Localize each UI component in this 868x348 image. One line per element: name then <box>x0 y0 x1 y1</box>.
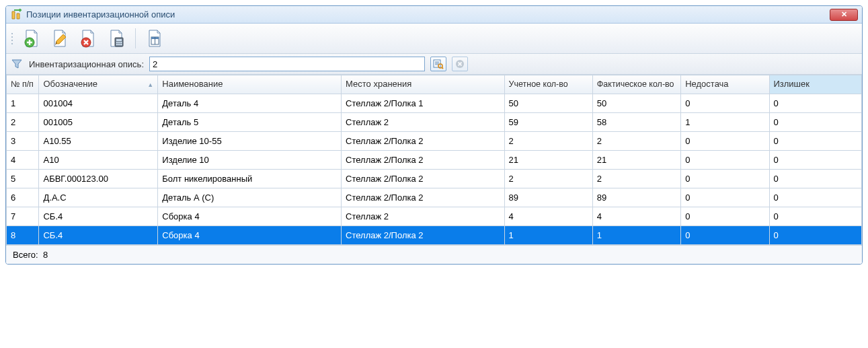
cell-location: Стеллаж 2/Полка 2 <box>342 151 504 170</box>
cell-qty-acc: 2 <box>504 170 592 188</box>
cell-code: А10 <box>39 151 158 170</box>
data-grid[interactable]: № п/п Обозначение Наименование Место хра… <box>6 75 862 245</box>
cell-qty-acc: 1 <box>504 226 592 245</box>
cell-name: Болт никелированный <box>158 170 342 188</box>
col-name[interactable]: Наименование <box>158 75 342 94</box>
cell-qty-acc: 59 <box>504 113 592 132</box>
table-row[interactable]: 1001004Деталь 4Стеллаж 2/Полка 1505000 <box>7 94 862 113</box>
cell-name: Деталь 4 <box>158 94 342 113</box>
page-delete-icon <box>79 29 97 48</box>
svg-rect-6 <box>120 42 122 43</box>
filterbar: Инвентаризационная опись: <box>6 54 862 75</box>
cell-qty-fact: 2 <box>592 132 680 151</box>
svg-rect-9 <box>120 44 122 45</box>
cell-code: Д.А.С <box>39 188 158 207</box>
cell-surplus: 0 <box>769 207 861 226</box>
app-icon <box>10 9 22 21</box>
cell-shortage: 0 <box>681 151 769 170</box>
cell-location: Стеллаж 2/Полка 2 <box>342 132 504 151</box>
table-row[interactable]: 4А10Изделие 10Стеллаж 2/Полка 2212100 <box>7 151 862 170</box>
cell-index: 6 <box>7 188 39 207</box>
table-row[interactable]: 7СБ.4Сборка 4Стеллаж 24400 <box>7 207 862 226</box>
cell-qty-fact: 1 <box>592 226 680 245</box>
cell-shortage: 0 <box>681 132 769 151</box>
cell-qty-acc: 89 <box>504 188 592 207</box>
cell-code: А10.55 <box>39 132 158 151</box>
lookup-button[interactable] <box>430 57 446 71</box>
window: Позиции инвентаризационной описи ✕ <box>5 5 863 265</box>
funnel-icon <box>10 59 24 69</box>
cell-location: Стеллаж 2/Полка 2 <box>342 226 504 245</box>
cell-surplus: 0 <box>769 170 861 188</box>
col-shortage[interactable]: Недостача <box>681 75 769 94</box>
svg-rect-8 <box>118 44 120 45</box>
footer-value: 8 <box>43 250 48 260</box>
page-edit-icon <box>50 29 69 48</box>
cell-code: 001005 <box>39 113 158 132</box>
cell-code: 001004 <box>39 94 158 113</box>
table-row[interactable]: 3А10.55Изделие 10-55Стеллаж 2/Полка 2220… <box>7 132 862 151</box>
add-button[interactable] <box>18 26 45 50</box>
cell-shortage: 1 <box>681 113 769 132</box>
cell-name: Деталь А (С) <box>158 188 342 207</box>
svg-rect-7 <box>116 44 118 45</box>
edit-button[interactable] <box>46 26 73 50</box>
footer: Всего: 8 <box>6 245 862 264</box>
close-button[interactable]: ✕ <box>830 9 858 21</box>
cell-code: АБВГ.000123.00 <box>39 170 158 188</box>
cell-index: 8 <box>7 226 39 245</box>
cell-index: 4 <box>7 151 39 170</box>
clear-filter-button[interactable] <box>452 57 468 71</box>
clear-icon <box>455 59 465 69</box>
cell-qty-acc: 2 <box>504 132 592 151</box>
toolbar-separator <box>135 28 136 48</box>
titlebar[interactable]: Позиции инвентаризационной описи ✕ <box>6 6 862 24</box>
footer-label: Всего: <box>13 250 38 260</box>
inventory-input[interactable] <box>149 57 425 71</box>
cell-surplus: 0 <box>769 151 861 170</box>
page-columns-icon <box>145 29 164 48</box>
cell-name: Сборка 4 <box>158 207 342 226</box>
cell-surplus: 0 <box>769 226 861 245</box>
page-plus-icon <box>22 29 41 48</box>
window-title: Позиции инвентаризационной описи <box>26 9 175 20</box>
col-location[interactable]: Место хранения <box>342 75 504 94</box>
col-qty-fact[interactable]: Фактическое кол-во <box>592 75 680 94</box>
cell-location: Стеллаж 2/Полка 2 <box>342 188 504 207</box>
cell-surplus: 0 <box>769 113 861 132</box>
cell-qty-acc: 4 <box>504 207 592 226</box>
col-index[interactable]: № п/п <box>7 75 39 94</box>
cell-index: 5 <box>7 170 39 188</box>
table-row[interactable]: 2001005Деталь 5Стеллаж 2595810 <box>7 113 862 132</box>
cell-qty-fact: 50 <box>592 94 680 113</box>
svg-rect-4 <box>116 42 118 43</box>
col-qty-acc[interactable]: Учетное кол-во <box>504 75 592 94</box>
cell-index: 3 <box>7 132 39 151</box>
col-code[interactable]: Обозначение <box>39 75 158 94</box>
delete-button[interactable] <box>75 26 102 50</box>
table-row[interactable]: 6Д.А.СДеталь А (С)Стеллаж 2/Полка 289890… <box>7 188 862 207</box>
columns-button[interactable] <box>141 26 168 50</box>
cell-name: Сборка 4 <box>158 226 342 245</box>
cell-name: Изделие 10 <box>158 151 342 170</box>
page-calc-icon <box>107 29 126 48</box>
svg-rect-3 <box>116 39 122 41</box>
svg-rect-5 <box>118 42 120 43</box>
toolbar <box>6 24 862 54</box>
cell-shortage: 0 <box>681 207 769 226</box>
cell-name: Деталь 5 <box>158 113 342 132</box>
cell-shortage: 0 <box>681 94 769 113</box>
calc-button[interactable] <box>103 26 130 50</box>
lookup-icon <box>433 59 444 69</box>
cell-index: 7 <box>7 207 39 226</box>
cell-code: СБ.4 <box>39 226 158 245</box>
cell-surplus: 0 <box>769 132 861 151</box>
cell-qty-fact: 58 <box>592 113 680 132</box>
table-row[interactable]: 5АБВГ.000123.00Болт никелированныйСтелла… <box>7 170 862 188</box>
cell-code: СБ.4 <box>39 207 158 226</box>
close-icon: ✕ <box>841 11 847 18</box>
table-row[interactable]: 8СБ.4Сборка 4Стеллаж 2/Полка 21100 <box>7 226 862 245</box>
col-surplus[interactable]: Излишек <box>769 75 861 94</box>
filter-label: Инвентаризационная опись: <box>29 59 144 69</box>
cell-location: Стеллаж 2 <box>342 113 504 132</box>
